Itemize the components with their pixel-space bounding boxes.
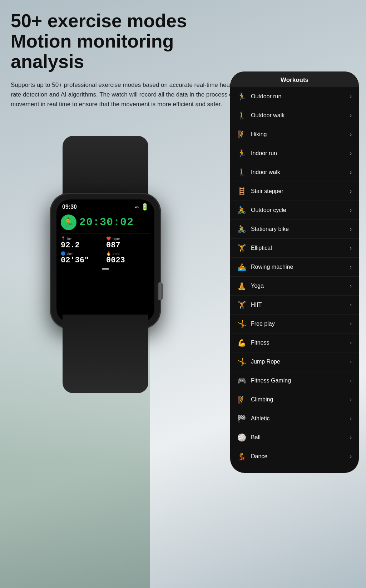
workout-icon-13: 💪 — [236, 337, 247, 349]
workout-name-13: Fitness — [251, 340, 350, 346]
workout-icon-2: 🧗 — [236, 129, 247, 140]
workout-item[interactable]: 🏋 Elliptical › — [230, 239, 359, 258]
workout-item[interactable]: 🚴 Outdoor cycle › — [230, 201, 359, 220]
workout-icon-18: 🏐 — [236, 432, 247, 443]
workout-icon-4: 🚶 — [236, 167, 247, 178]
heading-area: 50+ exercise modes Motion monitoring ana… — [11, 11, 237, 109]
workout-chevron-7: › — [350, 226, 352, 232]
runner-circle: 🏃 — [61, 214, 76, 230]
workout-name-18: Ball — [251, 434, 350, 441]
sync-icon: ∞ — [135, 204, 139, 210]
workout-icon-3: 🏃 — [236, 148, 247, 159]
screen-icons: ∞ 🔋 — [135, 203, 149, 211]
workout-list: 🏃 Outdoor run › 🚶 Outdoor walk › 🧗 Hikin… — [230, 87, 359, 466]
workout-item[interactable]: 🚶 Outdoor walk › — [230, 106, 359, 125]
screen-divider — [61, 233, 150, 233]
screen-stats: 📍 km 92.2 ❤️ bpm 087 🔵 — [56, 234, 154, 267]
stat-km-label: 📍 km — [61, 236, 105, 241]
workout-icon-10: 🧘 — [236, 280, 247, 292]
title-line1: 50+ exercise modes — [11, 10, 187, 31]
workout-icon-17: 🏁 — [236, 413, 247, 424]
stat-km-value: 92.2 — [61, 241, 105, 250]
stat-bpm: ❤️ bpm 087 — [106, 236, 150, 250]
stat-kcal: 🔥 kcal 0023 — [106, 251, 150, 265]
workout-item[interactable]: 🏐 Ball › — [230, 428, 359, 447]
workout-item[interactable]: 🚶 Indoor walk › — [230, 163, 359, 182]
workout-item[interactable]: 🧗 Climbing › — [230, 390, 359, 409]
workouts-header: Workouts — [230, 71, 359, 87]
workout-name-9: Rowing machine — [251, 264, 350, 270]
workout-name-17: Athletic — [251, 415, 350, 422]
stat-bpm-value: 087 — [106, 241, 150, 250]
workout-name-0: Outdoor run — [251, 93, 350, 100]
workout-chevron-0: › — [350, 93, 352, 100]
workout-name-14: Jump Rope — [251, 359, 350, 365]
workout-name-8: Elliptical — [251, 245, 350, 251]
watch-container: 09:30 ∞ 🔋 🏃 20:30:02 📍 — [46, 136, 164, 393]
workout-item[interactable]: 🏃 Outdoor run › — [230, 87, 359, 106]
workout-item[interactable]: 💪 Fitness › — [230, 333, 359, 352]
location-icon: 📍 — [61, 236, 66, 241]
workout-chevron-13: › — [350, 340, 352, 346]
workout-icon-1: 🚶 — [236, 110, 247, 121]
watch-band-bottom — [63, 315, 148, 393]
workout-chevron-6: › — [350, 207, 352, 213]
stat-kcal-label: 🔥 kcal — [106, 251, 150, 256]
workout-chevron-14: › — [350, 359, 352, 365]
workout-item[interactable]: 🤸 Free play › — [230, 315, 359, 333]
battery-icon: 🔋 — [141, 203, 149, 211]
workout-timer: 20:30:02 — [79, 216, 134, 228]
workout-chevron-3: › — [350, 150, 352, 157]
watch-time: 09:30 — [62, 204, 77, 210]
runner-icon: 🏃 — [63, 217, 74, 227]
workout-chevron-16: › — [350, 396, 352, 403]
workout-chevron-5: › — [350, 188, 352, 194]
workout-chevron-12: › — [350, 321, 352, 327]
workout-icon-9: 🚣 — [236, 261, 247, 273]
workout-name-11: HIIT — [251, 302, 350, 308]
workout-name-19: Dance — [251, 453, 350, 460]
workout-chevron-2: › — [350, 131, 352, 138]
workout-chevron-18: › — [350, 434, 352, 441]
description: Supports up to 50+ professional exercise… — [11, 80, 237, 109]
workout-name-4: Indoor walk — [251, 169, 350, 176]
watch-screen: 09:30 ∞ 🔋 🏃 20:30:02 📍 — [56, 199, 154, 322]
stat-km: 📍 km 92.2 — [61, 236, 105, 250]
fire-icon: 🔥 — [106, 251, 111, 256]
workout-icon-16: 🧗 — [236, 394, 247, 405]
workout-name-12: Free play — [251, 321, 350, 327]
workout-item[interactable]: 🏋 HIIT › — [230, 296, 359, 315]
workout-item[interactable]: 🏃 Indoor run › — [230, 144, 359, 163]
workout-item[interactable]: 🚴 Stationary bike › — [230, 220, 359, 239]
workout-name-5: Stair stepper — [251, 188, 350, 194]
watch-body: 09:30 ∞ 🔋 🏃 20:30:02 📍 — [50, 193, 161, 329]
workout-name-2: Hiking — [251, 131, 350, 138]
workout-icon-15: 🎮 — [236, 375, 247, 386]
workout-item[interactable]: 🧘 Yoga › — [230, 277, 359, 296]
workout-icon-0: 🏃 — [236, 91, 247, 102]
screen-workout-row: 🏃 20:30:02 — [56, 212, 154, 232]
workout-chevron-9: › — [350, 264, 352, 270]
workout-chevron-17: › — [350, 415, 352, 422]
workout-icon-6: 🚴 — [236, 204, 247, 216]
title-line2: Motion monitoring analysis — [11, 31, 174, 72]
workout-item[interactable]: 💃 Dance › — [230, 447, 359, 466]
workout-icon-19: 💃 — [236, 451, 247, 462]
workout-item[interactable]: 🧗 Hiking › — [230, 125, 359, 144]
workout-item[interactable]: 🚣 Rowing machine › — [230, 258, 359, 277]
workout-item[interactable]: 🏁 Athletic › — [230, 409, 359, 428]
workout-item[interactable]: 🤸 Jump Rope › — [230, 352, 359, 371]
workout-icon-11: 🏋 — [236, 299, 247, 311]
pace-icon: 🔵 — [61, 251, 66, 256]
heart-icon: ❤️ — [106, 236, 111, 241]
stat-kcal-value: 0023 — [106, 256, 150, 265]
workout-icon-8: 🏋 — [236, 242, 247, 254]
stat-pace-value: 02'36" — [61, 256, 105, 265]
workout-item[interactable]: 🪜 Stair stepper › — [230, 182, 359, 201]
workout-chevron-10: › — [350, 283, 352, 289]
workout-icon-12: 🤸 — [236, 318, 247, 330]
workout-item[interactable]: 🎮 Fitness Gaming › — [230, 371, 359, 390]
workout-name-6: Outdoor cycle — [251, 207, 350, 213]
screen-header: 09:30 ∞ 🔋 — [56, 199, 154, 212]
workout-chevron-15: › — [350, 377, 352, 384]
